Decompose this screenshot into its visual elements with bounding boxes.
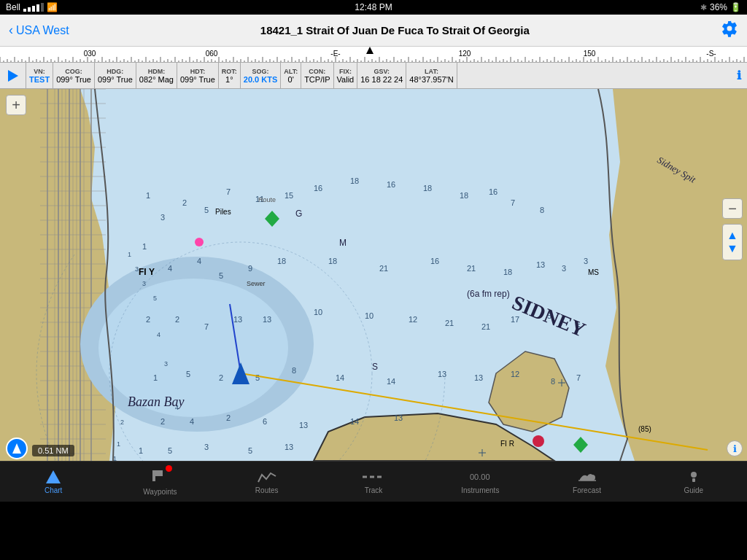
carrier-label: Bell (6, 2, 20, 12)
gps-cells: VN:TESTCOG:099° TrueHDG:099° TrueHDM:082… (26, 63, 731, 88)
tab-routes-label: Routes (255, 486, 279, 494)
tab-track-label: Track (365, 486, 383, 494)
gps-cell-sog: SOG:20.0 KTS (241, 63, 281, 88)
forecast-icon (576, 469, 598, 485)
chart-info-button[interactable]: ℹ (727, 440, 743, 456)
gps-cell-alt: ALT:0' (281, 63, 301, 88)
tab-waypoints[interactable]: Waypoints (107, 462, 213, 502)
status-bar: Bell 📶 12:48 PM ✱ 36% 🔋 (0, 0, 747, 15)
zoom-in-button[interactable]: + (6, 95, 26, 115)
back-chevron-icon: ‹ (9, 23, 13, 38)
chart-icon (44, 469, 63, 485)
gps-cell-gsv: GSV:16 18 22 24 (357, 63, 406, 88)
chart-area[interactable]: + − ▲ ▼ ℹ 0.51 NM (0, 89, 747, 461)
tab-forecast[interactable]: Forecast (533, 462, 640, 502)
svg-marker-0 (46, 470, 61, 483)
status-left: Bell 📶 (6, 2, 58, 12)
gps-cell-con: CON:TCP/IP (301, 63, 333, 88)
waypoints-dot (166, 465, 172, 472)
battery-label: 36% (710, 2, 727, 12)
ruler-canvas (0, 47, 747, 63)
battery-icon: 🔋 (730, 2, 741, 12)
gps-info-button[interactable]: ℹ (731, 63, 747, 88)
gps-cell-rot: ROT:1° (219, 63, 241, 88)
zoom-out-button[interactable]: − (722, 198, 743, 219)
play-button[interactable] (0, 63, 26, 88)
bluetooth-icon: ✱ (700, 3, 707, 12)
tab-chart[interactable]: Chart (0, 462, 107, 502)
ruler-bar (0, 47, 747, 63)
tab-track[interactable]: Track (320, 462, 427, 502)
gps-cell-vn: VN:TEST (26, 63, 53, 88)
wifi-icon: 📶 (47, 2, 58, 12)
depth-up-icon: ▲ (727, 229, 738, 242)
svg-point-7 (691, 472, 697, 478)
tab-instruments[interactable]: 00.00 Instruments (427, 462, 533, 502)
play-icon (8, 70, 18, 82)
signal-icon (23, 3, 44, 12)
gps-cell-hdg: HDG:099° True (95, 63, 136, 88)
svg-rect-2 (155, 470, 163, 476)
gps-cell-lat: LAT:48°37.957'N (406, 63, 457, 88)
gps-cell-hdt: HDT:099° True (177, 63, 219, 88)
svg-rect-8 (692, 478, 695, 482)
status-time: 12:48 PM (355, 2, 392, 12)
chart-canvas (0, 89, 747, 461)
track-icon (361, 469, 386, 485)
gps-data-bar: VN:TESTCOG:099° TrueHDG:099° TrueHDM:082… (0, 63, 747, 89)
gps-location-button[interactable] (6, 438, 28, 459)
tab-forecast-label: Forecast (573, 486, 601, 494)
gps-cell-cog: COG:099° True (53, 63, 95, 88)
gps-arrow-icon (12, 443, 21, 454)
svg-text:00.00: 00.00 (470, 472, 490, 481)
status-right: ✱ 36% 🔋 (700, 2, 741, 12)
chart-title: 18421_1 Strait Of Juan De Fuca To Strait… (260, 24, 530, 36)
tab-chart-label: Chart (44, 486, 62, 494)
guide-icon (686, 469, 702, 485)
depth-toggle-button[interactable]: ▲ ▼ (722, 224, 743, 260)
routes-icon (256, 469, 278, 485)
settings-button[interactable] (721, 20, 738, 42)
scale-badge: 0.51 NM (32, 445, 74, 456)
info-icon: ℹ (737, 69, 741, 82)
gps-cell-fix: FIX:Valid (334, 63, 358, 88)
svg-rect-1 (152, 470, 155, 481)
back-button[interactable]: ‹ USA West (9, 23, 69, 38)
waypoints-icon-container (150, 467, 169, 486)
tab-guide[interactable]: Guide (640, 462, 747, 502)
nav-bar: ‹ USA West 18421_1 Strait Of Juan De Fuc… (0, 15, 747, 47)
depth-down-icon: ▼ (727, 242, 738, 255)
gps-cell-hdm: HDM:082° Mag (136, 63, 177, 88)
tab-instruments-label: Instruments (461, 486, 499, 494)
tab-routes[interactable]: Routes (214, 462, 320, 502)
tab-guide-label: Guide (684, 486, 703, 494)
tab-bar: Chart Waypoints Routes Track 00.00 (0, 461, 747, 502)
back-label: USA West (16, 24, 69, 37)
tab-waypoints-label: Waypoints (143, 488, 177, 496)
instruments-icon: 00.00 (469, 469, 491, 485)
